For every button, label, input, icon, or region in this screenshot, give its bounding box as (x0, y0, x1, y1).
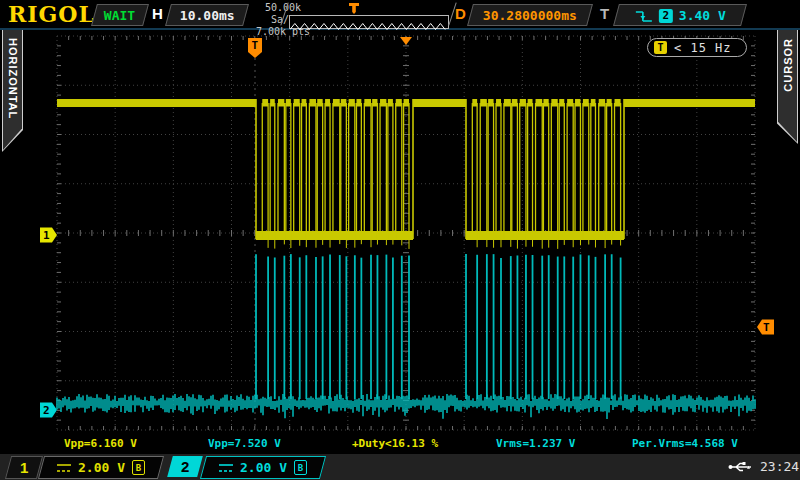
top-status-bar: RIGOL WAIT H 10.00ms 50.00k Sa/s 7.00k p… (0, 0, 800, 30)
trigger-settings-box[interactable]: 2 3.40 V (613, 4, 747, 26)
measurement-vrms: Vrms=1.237 V (496, 437, 575, 450)
freq-counter-value: < 15 Hz (674, 41, 732, 55)
delay-label: D (455, 5, 466, 22)
rigol-logo: RIGOL (8, 1, 95, 27)
channel-status-bar: 1 2.00 V B 2 2.00 V B 23:24 (0, 454, 800, 480)
channel-2-number: 2 (181, 458, 189, 475)
acquisition-status: WAIT (91, 4, 149, 26)
acquisition-status-label: WAIT (104, 8, 135, 23)
channel-1-tab[interactable]: 1 (5, 456, 43, 479)
channel-1-number: 1 (20, 459, 28, 476)
trigger-label: T (600, 5, 609, 22)
bandwidth-limit-icon: B (294, 460, 307, 475)
channel-1-settings[interactable]: 2.00 V B (38, 456, 164, 479)
trigger-level-value: 3.40 V (679, 8, 726, 23)
dc-coupling-icon (57, 464, 71, 472)
channel-1-scale: 2.00 V (78, 460, 125, 475)
usb-icon (728, 461, 752, 473)
dc-coupling-icon (219, 464, 233, 472)
measurement-ch2-vpp: Vpp=7.520 V (208, 437, 281, 450)
freq-counter-icon: T (654, 41, 667, 54)
frequency-counter-badge: T < 15 Hz (647, 38, 747, 57)
scope-display: T12T (0, 30, 800, 454)
svg-text:T: T (763, 321, 770, 334)
channel-2-tab[interactable]: 2 (167, 456, 203, 477)
svg-text:T: T (252, 39, 259, 52)
bandwidth-limit-icon: B (132, 460, 145, 475)
timebase-box[interactable]: 10.00ms (165, 4, 249, 26)
measurement-ch1-vpp: Vpp=6.160 V (64, 437, 137, 450)
horizontal-center-marker[interactable] (400, 37, 412, 45)
clock: 23:24 (760, 459, 799, 474)
preview-trigger-marker-icon[interactable] (348, 2, 360, 15)
waveform-preview[interactable] (289, 15, 449, 29)
timebase-value: 10.00ms (180, 8, 235, 23)
trigger-channel-badge: 2 (659, 8, 673, 22)
measurements-row: Vpp=6.160 V Vpp=7.520 V +Duty<16.13 % Vr… (0, 437, 800, 453)
delay-value: 30.2800000ms (483, 8, 577, 23)
measurement-per-vrms: Per.Vrms=4.568 V (632, 437, 738, 450)
delay-box[interactable]: 30.2800000ms (467, 4, 593, 26)
svg-text:2: 2 (43, 404, 50, 417)
trigger-falling-edge-icon (635, 8, 653, 22)
horizontal-label: H (152, 5, 163, 22)
channel-2-settings[interactable]: 2.00 V B (200, 456, 326, 479)
measurement-duty: +Duty<16.13 % (352, 437, 438, 450)
svg-text:1: 1 (43, 229, 50, 242)
channel-2-scale: 2.00 V (240, 460, 287, 475)
